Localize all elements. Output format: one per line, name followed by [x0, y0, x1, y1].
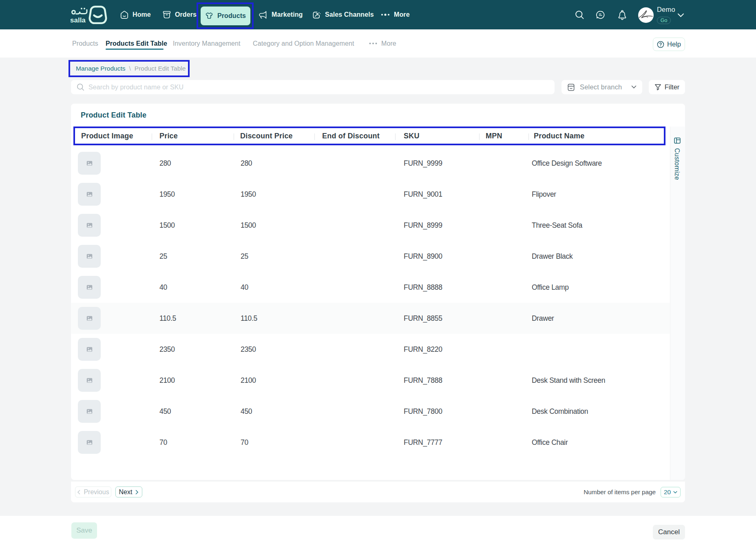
svg-text:salla: salla [70, 16, 86, 24]
